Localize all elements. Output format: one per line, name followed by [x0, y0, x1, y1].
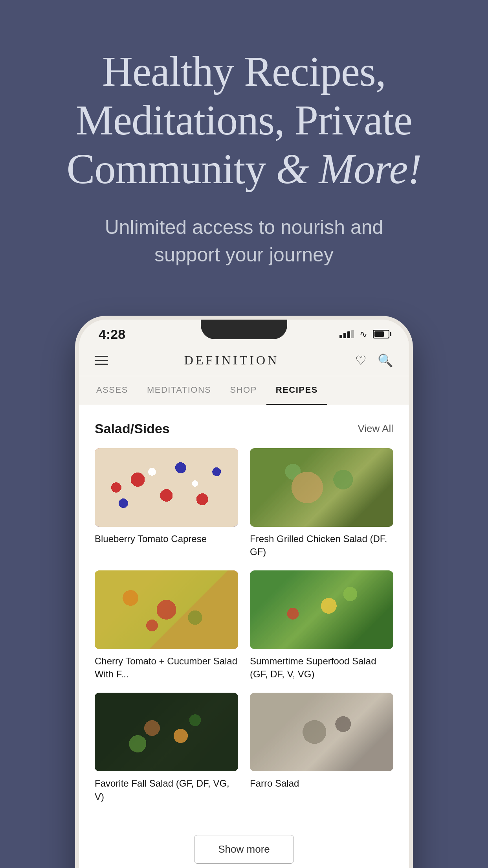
- recipe-image-fall: [95, 693, 238, 771]
- hero-title: Healthy Recipes, Meditations, Private Co…: [31, 47, 457, 194]
- header-actions: ♡ 🔍: [355, 353, 393, 368]
- app-content: Salad/Sides View All Blueberry Tomato Ca…: [79, 405, 409, 819]
- notch: [201, 320, 287, 339]
- app-logo: DEFINITION: [184, 353, 279, 368]
- search-icon[interactable]: 🔍: [378, 353, 393, 368]
- hero-section: Healthy Recipes, Meditations, Private Co…: [0, 0, 488, 292]
- recipe-image-blueberry: [95, 448, 238, 527]
- phone-mockup: 4:28 ∿ DEFINITION ♡ 🔍: [75, 316, 413, 868]
- status-time: 4:28: [99, 327, 125, 342]
- recipe-image-superfood: [250, 570, 393, 649]
- tab-classes[interactable]: ASSES: [87, 376, 138, 405]
- view-all-link[interactable]: View All: [358, 423, 393, 435]
- recipe-image-farro: [250, 693, 393, 771]
- battery-icon: [373, 330, 389, 338]
- show-more-container: Show more: [79, 819, 409, 868]
- app-header: DEFINITION ♡ 🔍: [79, 345, 409, 376]
- tab-meditations[interactable]: MEDITATIONS: [138, 376, 221, 405]
- menu-icon[interactable]: [95, 356, 108, 365]
- hero-title-line1: Healthy Recipes,: [102, 48, 386, 95]
- recipe-card-fall[interactable]: Favorite Fall Salad (GF, DF, VG, V): [95, 693, 238, 803]
- recipe-image-cherry: [95, 570, 238, 649]
- status-icons: ∿: [339, 329, 389, 340]
- nav-tabs: ASSES MEDITATIONS SHOP RECIPES: [79, 376, 409, 405]
- recipe-name-cherry: Cherry Tomato + Cucumber Salad With F...: [95, 656, 237, 680]
- recipe-card-chicken[interactable]: Fresh Grilled Chicken Salad (DF, GF): [250, 448, 393, 559]
- hero-title-line3: Community: [67, 145, 266, 192]
- wifi-icon: ∿: [360, 329, 367, 340]
- show-more-button[interactable]: Show more: [194, 835, 294, 864]
- signal-icon: [339, 330, 354, 338]
- phone-frame: 4:28 ∿ DEFINITION ♡ 🔍: [75, 316, 413, 868]
- recipe-card-farro[interactable]: Farro Salad: [250, 693, 393, 803]
- bell-icon[interactable]: ♡: [355, 353, 367, 368]
- section-title: Salad/Sides: [95, 421, 170, 436]
- section-header: Salad/Sides View All: [95, 421, 393, 436]
- recipe-card-superfood[interactable]: Summertime Superfood Salad (GF, DF, V, V…: [250, 570, 393, 681]
- recipe-name-superfood: Summertime Superfood Salad (GF, DF, V, V…: [250, 656, 376, 680]
- tab-shop[interactable]: SHOP: [220, 376, 266, 405]
- recipe-name-farro: Farro Salad: [250, 778, 299, 789]
- hero-title-italic: & More!: [276, 145, 422, 192]
- hero-subtitle: Unlimited access to nourish and support …: [95, 213, 393, 268]
- recipe-grid: Blueberry Tomato Caprese Fresh Grilled C…: [95, 448, 393, 804]
- recipe-name-blueberry: Blueberry Tomato Caprese: [95, 533, 207, 544]
- recipe-card-blueberry[interactable]: Blueberry Tomato Caprese: [95, 448, 238, 559]
- recipe-image-chicken: [250, 448, 393, 527]
- hero-title-line2: Meditations, Private: [76, 97, 412, 143]
- recipe-name-chicken: Fresh Grilled Chicken Salad (DF, GF): [250, 533, 387, 557]
- recipe-card-cherry[interactable]: Cherry Tomato + Cucumber Salad With F...: [95, 570, 238, 681]
- tab-recipes[interactable]: RECIPES: [266, 376, 327, 405]
- status-bar: 4:28 ∿: [79, 320, 409, 345]
- recipe-name-fall: Favorite Fall Salad (GF, DF, VG, V): [95, 778, 229, 802]
